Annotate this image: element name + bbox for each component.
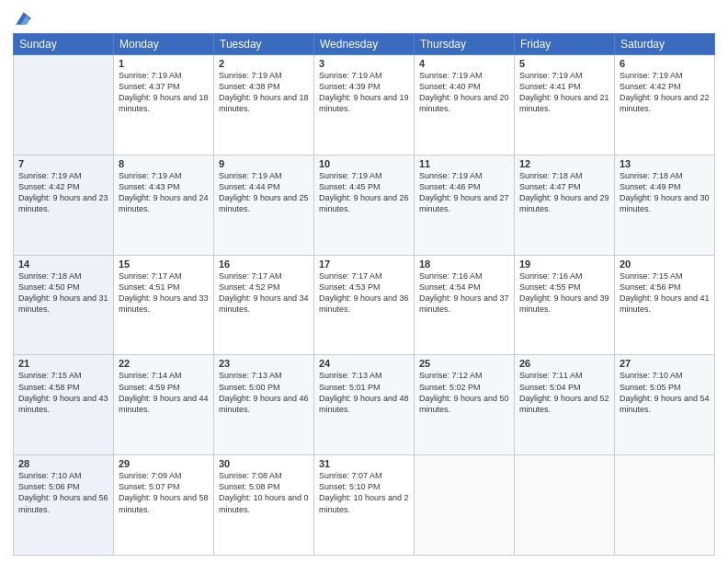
calendar-cell: 12Sunrise: 7:18 AM Sunset: 4:47 PM Dayli… <box>515 155 615 255</box>
day-info: Sunrise: 7:19 AM Sunset: 4:42 PM Dayligh… <box>620 70 710 115</box>
day-number: 3 <box>319 58 409 69</box>
calendar-cell <box>14 55 114 155</box>
day-info: Sunrise: 7:14 AM Sunset: 4:59 PM Dayligh… <box>119 370 209 415</box>
day-number: 10 <box>319 158 409 169</box>
calendar-week-4: 21Sunrise: 7:15 AM Sunset: 4:58 PM Dayli… <box>14 355 715 455</box>
day-info: Sunrise: 7:19 AM Sunset: 4:44 PM Dayligh… <box>219 170 309 215</box>
day-info: Sunrise: 7:19 AM Sunset: 4:40 PM Dayligh… <box>419 70 509 115</box>
calendar-cell: 16Sunrise: 7:17 AM Sunset: 4:52 PM Dayli… <box>214 255 314 355</box>
day-number: 29 <box>119 458 209 469</box>
day-info: Sunrise: 7:19 AM Sunset: 4:42 PM Dayligh… <box>18 170 108 215</box>
day-number: 8 <box>119 158 209 169</box>
weekday-header-friday: Friday <box>515 34 615 55</box>
calendar-week-5: 28Sunrise: 7:10 AM Sunset: 5:06 PM Dayli… <box>14 455 715 556</box>
day-info: Sunrise: 7:18 AM Sunset: 4:50 PM Dayligh… <box>18 270 108 316</box>
day-info: Sunrise: 7:17 AM Sunset: 4:52 PM Dayligh… <box>219 270 309 316</box>
day-number: 27 <box>620 358 710 369</box>
calendar-cell: 10Sunrise: 7:19 AM Sunset: 4:45 PM Dayli… <box>314 155 415 255</box>
day-number: 31 <box>319 458 409 469</box>
calendar-cell: 14Sunrise: 7:18 AM Sunset: 4:50 PM Dayli… <box>14 255 114 355</box>
day-info: Sunrise: 7:19 AM Sunset: 4:37 PM Dayligh… <box>119 70 209 115</box>
header <box>13 9 715 28</box>
day-number: 16 <box>219 259 309 270</box>
weekday-header-wednesday: Wednesday <box>314 34 415 55</box>
calendar-cell <box>615 455 715 556</box>
day-info: Sunrise: 7:19 AM Sunset: 4:43 PM Dayligh… <box>119 170 209 215</box>
calendar-table: SundayMondayTuesdayWednesdayThursdayFrid… <box>13 33 715 556</box>
calendar-cell: 3Sunrise: 7:19 AM Sunset: 4:39 PM Daylig… <box>314 55 415 155</box>
day-number: 26 <box>519 358 609 369</box>
calendar-cell: 29Sunrise: 7:09 AM Sunset: 5:07 PM Dayli… <box>114 455 214 556</box>
weekday-header-monday: Monday <box>114 34 214 55</box>
calendar-cell: 17Sunrise: 7:17 AM Sunset: 4:53 PM Dayli… <box>314 255 415 355</box>
logo <box>13 9 31 28</box>
calendar-cell: 6Sunrise: 7:19 AM Sunset: 4:42 PM Daylig… <box>615 55 715 155</box>
day-number: 7 <box>18 158 108 169</box>
day-info: Sunrise: 7:13 AM Sunset: 5:00 PM Dayligh… <box>219 370 309 415</box>
day-info: Sunrise: 7:19 AM Sunset: 4:39 PM Dayligh… <box>319 70 409 115</box>
day-info: Sunrise: 7:16 AM Sunset: 4:55 PM Dayligh… <box>519 270 609 316</box>
day-number: 20 <box>620 259 710 270</box>
calendar-week-1: 1Sunrise: 7:19 AM Sunset: 4:37 PM Daylig… <box>14 55 715 155</box>
calendar-cell: 13Sunrise: 7:18 AM Sunset: 4:49 PM Dayli… <box>615 155 715 255</box>
calendar-cell <box>515 455 615 556</box>
day-number: 21 <box>18 358 108 369</box>
day-info: Sunrise: 7:08 AM Sunset: 5:08 PM Dayligh… <box>219 470 309 515</box>
day-number: 12 <box>519 158 609 169</box>
page-container: SundayMondayTuesdayWednesdayThursdayFrid… <box>0 0 728 563</box>
day-number: 18 <box>419 259 509 270</box>
calendar-cell: 2Sunrise: 7:19 AM Sunset: 4:38 PM Daylig… <box>214 55 314 155</box>
logo-icon <box>13 9 31 28</box>
day-number: 24 <box>319 358 409 369</box>
day-info: Sunrise: 7:19 AM Sunset: 4:45 PM Dayligh… <box>319 170 409 215</box>
calendar-cell: 28Sunrise: 7:10 AM Sunset: 5:06 PM Dayli… <box>14 455 114 556</box>
day-number: 22 <box>119 358 209 369</box>
calendar-cell: 22Sunrise: 7:14 AM Sunset: 4:59 PM Dayli… <box>114 355 214 455</box>
day-info: Sunrise: 7:17 AM Sunset: 4:53 PM Dayligh… <box>319 270 409 316</box>
calendar-cell: 24Sunrise: 7:13 AM Sunset: 5:01 PM Dayli… <box>314 355 415 455</box>
calendar-cell: 26Sunrise: 7:11 AM Sunset: 5:04 PM Dayli… <box>515 355 615 455</box>
calendar-week-2: 7Sunrise: 7:19 AM Sunset: 4:42 PM Daylig… <box>14 155 715 255</box>
weekday-header-row: SundayMondayTuesdayWednesdayThursdayFrid… <box>14 34 715 55</box>
day-info: Sunrise: 7:12 AM Sunset: 5:02 PM Dayligh… <box>419 370 509 415</box>
day-info: Sunrise: 7:10 AM Sunset: 5:05 PM Dayligh… <box>620 370 710 415</box>
calendar-cell: 25Sunrise: 7:12 AM Sunset: 5:02 PM Dayli… <box>415 355 515 455</box>
calendar-cell: 23Sunrise: 7:13 AM Sunset: 5:00 PM Dayli… <box>214 355 314 455</box>
day-number: 30 <box>219 458 309 469</box>
day-number: 14 <box>18 259 108 270</box>
day-info: Sunrise: 7:19 AM Sunset: 4:38 PM Dayligh… <box>219 70 309 115</box>
calendar-cell <box>415 455 515 556</box>
day-info: Sunrise: 7:19 AM Sunset: 4:46 PM Dayligh… <box>419 170 509 215</box>
calendar-cell: 19Sunrise: 7:16 AM Sunset: 4:55 PM Dayli… <box>515 255 615 355</box>
day-info: Sunrise: 7:10 AM Sunset: 5:06 PM Dayligh… <box>18 470 108 515</box>
day-number: 5 <box>519 58 609 69</box>
day-info: Sunrise: 7:09 AM Sunset: 5:07 PM Dayligh… <box>119 470 209 515</box>
day-info: Sunrise: 7:18 AM Sunset: 4:47 PM Dayligh… <box>519 170 609 215</box>
day-number: 17 <box>319 259 409 270</box>
weekday-header-saturday: Saturday <box>615 34 715 55</box>
weekday-header-sunday: Sunday <box>14 34 114 55</box>
day-number: 28 <box>18 458 108 469</box>
calendar-cell: 31Sunrise: 7:07 AM Sunset: 5:10 PM Dayli… <box>314 455 415 556</box>
calendar-cell: 7Sunrise: 7:19 AM Sunset: 4:42 PM Daylig… <box>14 155 114 255</box>
day-number: 13 <box>620 158 710 169</box>
calendar-cell: 20Sunrise: 7:15 AM Sunset: 4:56 PM Dayli… <box>615 255 715 355</box>
calendar-cell: 4Sunrise: 7:19 AM Sunset: 4:40 PM Daylig… <box>415 55 515 155</box>
calendar-cell: 9Sunrise: 7:19 AM Sunset: 4:44 PM Daylig… <box>214 155 314 255</box>
day-number: 2 <box>219 58 309 69</box>
calendar-cell: 11Sunrise: 7:19 AM Sunset: 4:46 PM Dayli… <box>415 155 515 255</box>
day-number: 6 <box>620 58 710 69</box>
day-number: 1 <box>119 58 209 69</box>
weekday-header-thursday: Thursday <box>415 34 515 55</box>
day-info: Sunrise: 7:15 AM Sunset: 4:58 PM Dayligh… <box>18 370 108 415</box>
calendar-cell: 15Sunrise: 7:17 AM Sunset: 4:51 PM Dayli… <box>114 255 214 355</box>
day-info: Sunrise: 7:15 AM Sunset: 4:56 PM Dayligh… <box>620 270 710 316</box>
day-number: 9 <box>219 158 309 169</box>
day-number: 15 <box>119 259 209 270</box>
day-number: 25 <box>419 358 509 369</box>
calendar-week-3: 14Sunrise: 7:18 AM Sunset: 4:50 PM Dayli… <box>14 255 715 355</box>
day-info: Sunrise: 7:13 AM Sunset: 5:01 PM Dayligh… <box>319 370 409 415</box>
calendar-cell: 5Sunrise: 7:19 AM Sunset: 4:41 PM Daylig… <box>515 55 615 155</box>
day-info: Sunrise: 7:07 AM Sunset: 5:10 PM Dayligh… <box>319 470 409 515</box>
weekday-header-tuesday: Tuesday <box>214 34 314 55</box>
